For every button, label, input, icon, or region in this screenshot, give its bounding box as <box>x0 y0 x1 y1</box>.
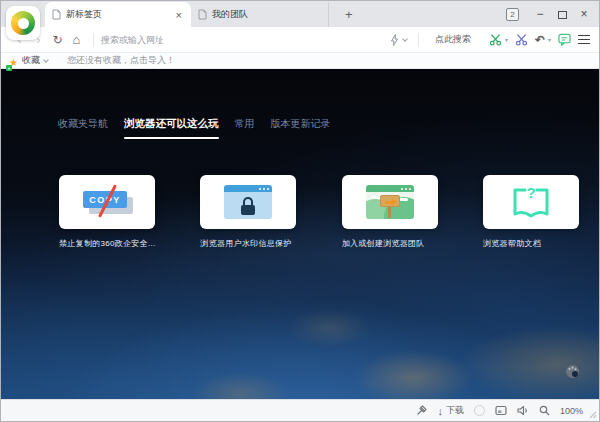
browser-mode-icon[interactable] <box>474 405 485 416</box>
download-arrow-icon: ↓ <box>437 405 443 417</box>
search-hint[interactable]: 点此搜索 <box>435 33 471 46</box>
card-label[interactable]: 浏览器帮助文档 <box>483 238 579 249</box>
team-signpost-icon <box>366 185 414 219</box>
divider <box>418 33 419 47</box>
feature-cards: COPY 禁止复制的360政企安全... <box>59 175 579 249</box>
address-toolbar: ‹ › ↻ ⌂ 点此搜索 ▾ ↶ ▾ <box>1 27 599 53</box>
card-label[interactable]: 浏览器用户水印信息保护 <box>200 238 296 249</box>
page-icon <box>52 9 61 20</box>
card-no-copy[interactable]: COPY 禁止复制的360政企安全... <box>59 175 155 249</box>
tab-my-team[interactable]: 我的团队 <box>191 2 329 27</box>
zoom-search-icon[interactable] <box>539 405 550 416</box>
tab-bar: 新标签页 × 我的团队 + 2 − × <box>1 1 599 27</box>
svg-text:?: ? <box>526 184 535 201</box>
status-bar: ↓ 下载 100% <box>1 399 599 421</box>
bookmark-bar: ★ + 收藏 您还没有收藏，点击导入！ <box>1 53 599 69</box>
card-label[interactable]: 加入或创建浏览器团队 <box>342 238 438 249</box>
maximize-icon <box>558 11 567 19</box>
page-icon <box>198 9 207 20</box>
refresh-button[interactable]: ↻ <box>48 33 67 47</box>
resize-grip[interactable] <box>589 411 597 419</box>
card-join-team[interactable]: 加入或创建浏览器团队 <box>342 175 438 249</box>
lightning-icon[interactable] <box>390 34 399 46</box>
nav-favorites-navigation[interactable]: 收藏夹导航 <box>58 117 108 131</box>
tab-label: 我的团队 <box>212 8 321 21</box>
card-thumbnail[interactable]: ? <box>483 175 579 229</box>
zoom-level[interactable]: 100% <box>560 406 583 416</box>
window-controls: 2 − × <box>506 1 595 27</box>
download-label: 下载 <box>446 404 464 417</box>
browser-logo[interactable] <box>6 6 40 40</box>
chevron-down-icon[interactable] <box>402 36 408 42</box>
import-bookmarks-hint[interactable]: 您还没有收藏，点击导入！ <box>67 54 175 67</box>
download-button[interactable]: ↓ 下载 <box>437 404 464 417</box>
card-help-docs[interactable]: ? 浏览器帮助文档 <box>483 175 579 249</box>
card-watermark-protection[interactable]: 浏览器用户水印信息保护 <box>200 175 296 249</box>
pin-icon[interactable] <box>416 405 427 416</box>
instance-badge[interactable]: 2 <box>506 8 519 21</box>
no-copy-icon: COPY <box>79 187 135 217</box>
minimize-button[interactable]: − <box>529 1 551 27</box>
close-window-button[interactable]: × <box>573 1 595 27</box>
caret-icon[interactable]: ▾ <box>548 36 551 43</box>
card-thumbnail[interactable]: COPY <box>59 175 155 229</box>
add-favorite-badge: + <box>6 65 12 71</box>
address-input[interactable] <box>101 35 390 45</box>
caret-icon[interactable]: ▾ <box>505 36 508 43</box>
card-label[interactable]: 禁止复制的360政企安全... <box>59 238 155 249</box>
maximize-button[interactable] <box>551 1 573 27</box>
feedback-chat-icon[interactable] <box>558 33 571 46</box>
card-thumbnail[interactable] <box>342 175 438 229</box>
speaker-icon[interactable] <box>517 405 529 416</box>
card-thumbnail[interactable] <box>200 175 296 229</box>
chevron-down-icon[interactable] <box>43 57 49 63</box>
menu-icon[interactable] <box>578 35 590 45</box>
nav-frequently-used[interactable]: 常用 <box>235 117 255 131</box>
help-book-icon: ? <box>509 183 553 221</box>
section-nav: 收藏夹导航 浏览器还可以这么玩 常用 版本更新记录 <box>58 117 331 139</box>
watermark-lock-icon <box>224 185 272 219</box>
tab-new-page[interactable]: 新标签页 × <box>45 2 191 27</box>
tab-strip: 新标签页 × 我的团队 + <box>45 2 358 27</box>
clip-scissors-icon[interactable] <box>515 33 528 46</box>
close-tab-icon[interactable]: × <box>174 9 184 21</box>
browser-window: 新标签页 × 我的团队 + 2 − × ‹ › ↻ ⌂ <box>0 0 600 422</box>
360-swirl-icon <box>11 11 35 35</box>
new-tab-button[interactable]: + <box>340 7 358 22</box>
favorites-label[interactable]: 收藏 <box>22 54 40 67</box>
screenshot-scissors-icon[interactable] <box>489 33 502 46</box>
home-button[interactable]: ⌂ <box>67 32 86 47</box>
multi-window-icon[interactable] <box>495 405 507 416</box>
toolbar-icons: ▾ ↶ ▾ <box>489 33 590 47</box>
nav-browser-tips[interactable]: 浏览器还可以这么玩 <box>124 117 219 139</box>
undo-icon[interactable]: ↶ <box>535 33 545 47</box>
divider <box>93 33 94 47</box>
favorites-star-icon[interactable]: ★ + <box>9 52 18 70</box>
tab-label: 新标签页 <box>66 8 174 21</box>
nav-version-history[interactable]: 版本更新记录 <box>271 117 331 131</box>
new-tab-content: 收藏夹导航 浏览器还可以这么玩 常用 版本更新记录 COPY 禁止复制的360政… <box>1 69 599 401</box>
theme-palette-icon[interactable] <box>565 364 580 379</box>
